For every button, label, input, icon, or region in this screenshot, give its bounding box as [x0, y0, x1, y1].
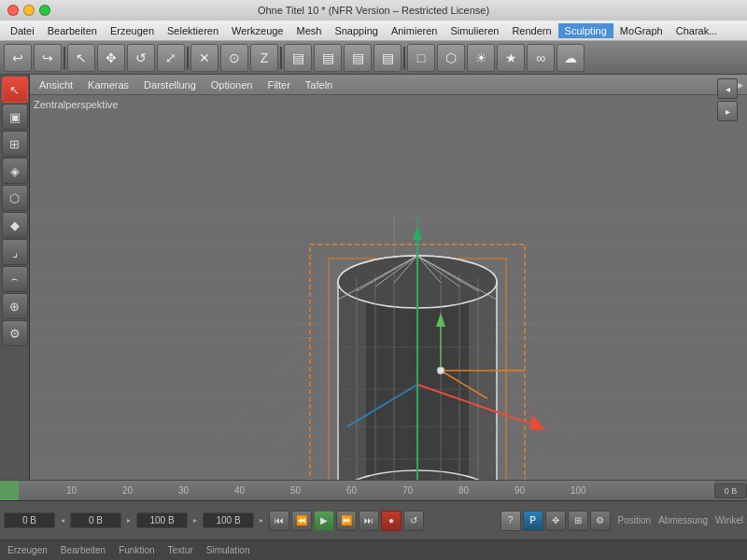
- frame-next-arrow[interactable]: ▸: [125, 516, 133, 525]
- toolbar-btn-9[interactable]: ⊙: [220, 44, 248, 72]
- toolbar-btn-20[interactable]: ★: [497, 44, 525, 72]
- menu-item-werkzeuge[interactable]: Werkzeuge: [225, 23, 289, 38]
- svg-rect-32: [469, 282, 497, 480]
- toolbar-btn-1[interactable]: ↪: [34, 44, 62, 72]
- status-textur[interactable]: Textur: [164, 545, 197, 555]
- toolbar-btn-0[interactable]: ↩: [4, 44, 32, 72]
- sidebar-btn-4[interactable]: ⬡: [2, 185, 28, 211]
- toolbar-btn-21[interactable]: ∞: [527, 44, 555, 72]
- svg-text:Y: Y: [415, 216, 421, 226]
- timeline-current-frame: [0, 481, 19, 500]
- window-title: Ohne Titel 10 * (NFR Version – Restricte…: [258, 5, 489, 16]
- sidebar-btn-7[interactable]: ⌢: [2, 266, 28, 292]
- frame-end-field[interactable]: 100 B: [136, 512, 188, 528]
- toolbar-btn-8[interactable]: ✕: [190, 44, 218, 72]
- toolbar-btn-5[interactable]: ↺: [127, 44, 155, 72]
- timeline[interactable]: 0 10 20 30 40 50 60 70 80 90 100 0 B: [0, 480, 747, 500]
- sidebar-btn-0[interactable]: ↖: [2, 77, 28, 103]
- toolbar-btn-18[interactable]: ⬡: [437, 44, 465, 72]
- nav-button[interactable]: ✥: [545, 511, 566, 531]
- question-button[interactable]: ?: [500, 511, 521, 531]
- svg-point-65: [437, 367, 444, 374]
- frame-max-field[interactable]: 100 B: [203, 512, 254, 528]
- viewport-menu-tafeln[interactable]: Tafeln: [300, 77, 338, 92]
- bottom-status: Erzeugen Bearbeiten Funktion Textur Simu…: [0, 539, 747, 560]
- frame-start-field[interactable]: 0 B: [4, 512, 55, 528]
- toolbar-separator: [403, 47, 405, 69]
- sidebar-btn-3[interactable]: ◈: [2, 158, 28, 184]
- toolbar: ↩↪↖✥↺⤢✕⊙Z▤▤▤▤□⬡☀★∞☁: [0, 41, 747, 75]
- toolbar-btn-12[interactable]: ▤: [284, 44, 312, 72]
- viewport-menu-filter[interactable]: Filter: [261, 77, 295, 92]
- viewport[interactable]: AnsichtKamerasDarstellungOptionenFilterT…: [30, 75, 747, 480]
- toolbar-btn-14[interactable]: ▤: [344, 44, 372, 72]
- frame-max-arrow[interactable]: ▸: [258, 516, 265, 525]
- frame-end-next-arrow[interactable]: ▸: [191, 516, 199, 525]
- traffic-lights: [7, 5, 50, 16]
- frame-prev-arrow[interactable]: ◂: [59, 516, 66, 525]
- menu-item-rendern[interactable]: Rendern: [505, 23, 557, 38]
- sidebar-btn-2[interactable]: ⊞: [2, 131, 28, 157]
- menu-item-snapping[interactable]: Snapping: [328, 23, 385, 38]
- render-button[interactable]: ⚙: [590, 511, 611, 531]
- viewport-label: Zentralperspektive: [34, 99, 119, 110]
- bottom-controls: 0 B ◂ 0 B ▸ 100 B ▸ 100 B ▸ ⏮ ⏪ ▶ ⏩ ⏭ ● …: [0, 500, 747, 539]
- toolbar-btn-17[interactable]: □: [407, 44, 435, 72]
- menu-item-bearbeiten[interactable]: Bearbeiten: [41, 23, 104, 38]
- toolbar-separator: [63, 47, 65, 69]
- toolbar-btn-3[interactable]: ↖: [67, 44, 95, 72]
- status-bearbeiten[interactable]: Bearbeiten: [57, 545, 109, 555]
- close-button[interactable]: [7, 5, 19, 16]
- menu-item-charak...[interactable]: Charak...: [669, 23, 725, 38]
- transport-next[interactable]: ⏩: [336, 511, 357, 531]
- menu-item-simulieren[interactable]: Simulieren: [444, 23, 505, 38]
- viewport-menu-kameras[interactable]: Kameras: [82, 77, 134, 92]
- toolbar-separator: [187, 47, 189, 69]
- position-label: Position: [618, 515, 652, 525]
- toolbar-btn-13[interactable]: ▤: [314, 44, 342, 72]
- status-erzeugen[interactable]: Erzeugen: [4, 545, 51, 555]
- viewport-toolbar: AnsichtKamerasDarstellungOptionenFilterT…: [30, 75, 747, 95]
- snap-button[interactable]: ⊞: [568, 511, 588, 531]
- menu-item-datei[interactable]: Datei: [4, 23, 41, 38]
- toolbar-btn-19[interactable]: ☀: [467, 44, 495, 72]
- nav-arrow-left[interactable]: ◂: [717, 78, 738, 99]
- timeline-end: 0 B: [714, 483, 747, 498]
- viewport-menu-optionen[interactable]: Optionen: [205, 77, 259, 92]
- status-funktion[interactable]: Funktion: [115, 545, 158, 555]
- nav-arrow-right[interactable]: ▸: [717, 101, 738, 121]
- toolbar-btn-15[interactable]: ▤: [374, 44, 402, 72]
- sidebar-btn-6[interactable]: ⌟: [2, 239, 28, 265]
- transport-prev[interactable]: ⏪: [291, 511, 312, 531]
- timeline-track[interactable]: 0 10 20 30 40 50 60 70 80 90 100: [0, 481, 714, 500]
- sidebar-btn-9[interactable]: ⚙: [2, 320, 28, 346]
- menu-item-mograph[interactable]: MoGraph: [613, 23, 669, 38]
- viewport-menu-ansicht[interactable]: Ansicht: [34, 77, 78, 92]
- status-simulation[interactable]: Simulation: [203, 545, 254, 555]
- toolbar-btn-22[interactable]: ☁: [557, 44, 585, 72]
- toolbar-btn-10[interactable]: Z: [250, 44, 278, 72]
- menu-item-erzeugen[interactable]: Erzeugen: [104, 23, 161, 38]
- menu-item-sculpting[interactable]: Sculpting: [558, 23, 613, 38]
- viewport-menu-darstellung[interactable]: Darstellung: [138, 77, 202, 92]
- menu-item-animieren[interactable]: Animieren: [385, 23, 444, 38]
- menu-item-selektieren[interactable]: Selektieren: [161, 23, 225, 38]
- frame-current-field[interactable]: 0 B: [70, 512, 121, 528]
- toolbar-btn-6[interactable]: ⤢: [157, 44, 185, 72]
- transport-end[interactable]: ⏭: [359, 511, 379, 531]
- p-button[interactable]: P: [523, 511, 543, 531]
- transport-controls: ⏮ ⏪ ▶ ⏩ ⏭ ● ↺: [269, 511, 424, 531]
- transport-start[interactable]: ⏮: [269, 511, 289, 531]
- menu-item-mesh[interactable]: Mesh: [289, 23, 328, 38]
- sidebar-btn-8[interactable]: ⊕: [2, 293, 28, 319]
- transport-record[interactable]: ●: [381, 511, 402, 531]
- transport-play[interactable]: ▶: [314, 511, 334, 531]
- maximize-button[interactable]: [39, 5, 50, 16]
- transport-loop[interactable]: ↺: [403, 511, 424, 531]
- sidebar-btn-5[interactable]: ◆: [2, 212, 28, 238]
- viewport-scene: X Y X Y Z: [30, 95, 747, 480]
- toolbar-btn-4[interactable]: ✥: [97, 44, 125, 72]
- sidebar-btn-1[interactable]: ▣: [2, 104, 28, 130]
- svg-rect-31: [338, 282, 366, 480]
- minimize-button[interactable]: [23, 5, 35, 16]
